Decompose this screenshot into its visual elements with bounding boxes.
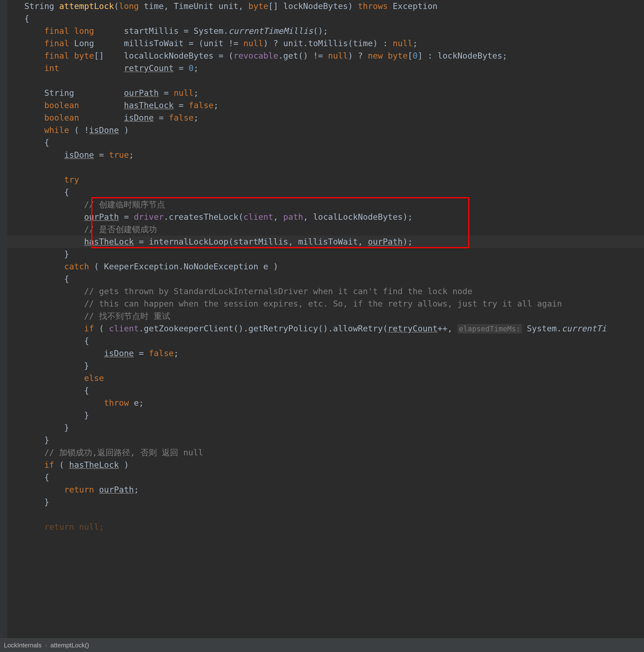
code-line[interactable] bbox=[7, 161, 644, 173]
code-line[interactable]: if ( client.getZookeeperClient().getRetr… bbox=[7, 322, 644, 335]
code-line[interactable]: throw e; bbox=[7, 397, 644, 409]
code-line[interactable] bbox=[7, 508, 644, 521]
code-line[interactable]: return ourPath; bbox=[7, 484, 644, 496]
code-line[interactable]: { bbox=[7, 12, 644, 25]
code-line[interactable]: return null; bbox=[7, 521, 644, 533]
code-line[interactable]: final long startMillis = System.currentT… bbox=[7, 25, 644, 37]
code-line[interactable]: } bbox=[7, 409, 644, 422]
code-line[interactable]: while ( !isDone ) bbox=[7, 124, 644, 136]
editor[interactable]: String attemptLock(long time, TimeUnit u… bbox=[0, 0, 644, 548]
code-line[interactable]: { bbox=[7, 273, 644, 285]
code-line[interactable]: // gets thrown by StandardLockInternalsD… bbox=[7, 285, 644, 298]
code-line[interactable]: String attemptLock(long time, TimeUnit u… bbox=[7, 0, 644, 12]
code-line[interactable]: isDone = true; bbox=[7, 149, 644, 161]
code-line[interactable] bbox=[7, 74, 644, 87]
code-line[interactable]: } bbox=[7, 496, 644, 508]
code-area[interactable]: String attemptLock(long time, TimeUnit u… bbox=[7, 0, 644, 533]
code-line[interactable]: } bbox=[7, 359, 644, 372]
code-line[interactable]: boolean isDone = false; bbox=[7, 112, 644, 124]
code-line[interactable]: if ( hasTheLock ) bbox=[7, 459, 644, 471]
highlight-box bbox=[91, 197, 469, 248]
code-line[interactable]: } bbox=[7, 434, 644, 446]
code-line[interactable]: else bbox=[7, 372, 644, 384]
code-line[interactable]: } bbox=[7, 248, 644, 261]
code-line[interactable]: catch ( KeeperException.NoNodeException … bbox=[7, 261, 644, 273]
code-line[interactable]: int retryCount = 0; bbox=[7, 62, 644, 74]
code-line[interactable]: // 加锁成功,返回路径, 否则 返回 null bbox=[7, 446, 644, 459]
gutter bbox=[0, 0, 7, 548]
code-line[interactable]: boolean hasTheLock = false; bbox=[7, 99, 644, 112]
code-line[interactable]: final byte[] localLockNodeBytes = (revoc… bbox=[7, 50, 644, 62]
code-line[interactable]: { bbox=[7, 186, 644, 198]
code-line[interactable]: { bbox=[7, 335, 644, 347]
inlay-hint: elapsedTimeMs: bbox=[457, 324, 522, 333]
code-line[interactable]: { bbox=[7, 471, 644, 484]
code-line[interactable]: isDone = false; bbox=[7, 347, 644, 359]
code-line[interactable]: final Long millisToWait = (unit != null)… bbox=[7, 37, 644, 50]
code-line[interactable]: String ourPath = null; bbox=[7, 87, 644, 99]
code-line[interactable]: // 找不到节点时 重试 bbox=[7, 310, 644, 322]
code-line[interactable]: } bbox=[7, 422, 644, 434]
code-line[interactable]: { bbox=[7, 384, 644, 397]
code-line[interactable]: try bbox=[7, 173, 644, 186]
code-line[interactable]: { bbox=[7, 136, 644, 149]
code-line[interactable]: // this can happen when the session expi… bbox=[7, 298, 644, 310]
